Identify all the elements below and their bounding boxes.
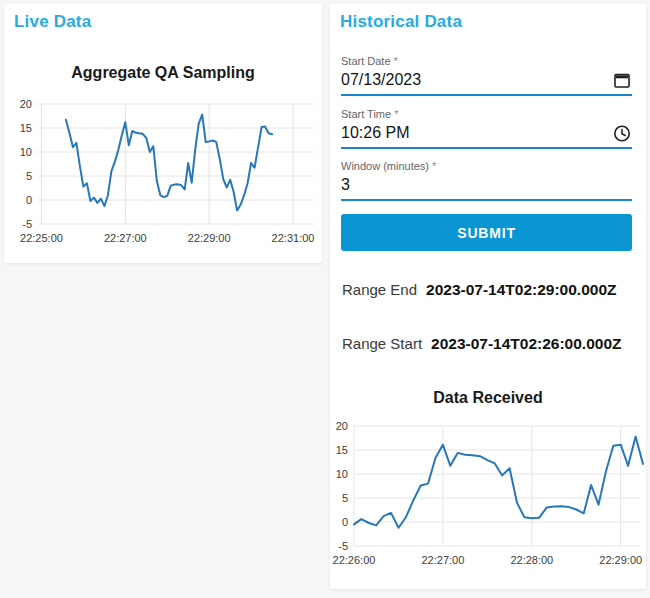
x-tick-label: 22:27:00: [104, 232, 147, 244]
y-tick-label: -5: [338, 540, 348, 552]
start-date-value[interactable]: 07/13/2023: [341, 70, 421, 90]
required-asterisk: *: [432, 160, 436, 172]
y-tick-label: 20: [20, 98, 32, 110]
start-time-input[interactable]: 10:26 PM: [341, 123, 632, 149]
range-end-value: 2023-07-14T02:29:00.000Z: [426, 281, 616, 299]
x-tick-label: 22:28:00: [510, 554, 553, 566]
x-tick-label: 22:31:00: [272, 232, 315, 244]
window-minutes-input[interactable]: 3: [341, 175, 632, 201]
x-tick-label: 22:27:00: [421, 554, 464, 566]
range-start-label: Range Start: [342, 335, 422, 352]
y-tick-label: 5: [342, 492, 348, 504]
required-asterisk: *: [394, 55, 398, 67]
window-minutes-field: Window (minutes) * 3: [341, 159, 632, 201]
clock-icon[interactable]: [612, 123, 632, 143]
x-tick-label: 22:29:00: [599, 554, 642, 566]
y-tick-label: 5: [26, 170, 32, 182]
live-data-heading: Live Data: [14, 12, 91, 32]
y-tick-label: 10: [336, 468, 348, 480]
window-minutes-value[interactable]: 3: [341, 175, 350, 195]
y-tick-label: 15: [20, 122, 32, 134]
start-date-label: Start Date *: [341, 54, 632, 68]
y-tick-label: 0: [26, 194, 32, 206]
y-tick-label: -5: [22, 218, 32, 230]
x-tick-label: 22:26:00: [333, 554, 376, 566]
range-start-row: Range Start 2023-07-14T02:26:00.000Z: [342, 335, 640, 353]
start-date-label-text: Start Date: [341, 55, 391, 67]
start-time-field: Start Time * 10:26 PM: [341, 107, 632, 149]
live-chart-canvas: -50510152022:25:0022:27:0022:29:0022:31:…: [6, 90, 320, 254]
y-tick-label: 20: [336, 420, 348, 432]
submit-button[interactable]: SUBMIT: [341, 214, 632, 251]
received-chart-title: Data Received: [330, 389, 646, 407]
historical-data-panel: Historical Data Start Date * 07/13/2023 …: [330, 4, 646, 589]
range-start-value: 2023-07-14T02:26:00.000Z: [431, 335, 621, 353]
dashboard-page: Live Data Aggregate QA Sampling -5051015…: [0, 0, 650, 598]
live-chart: -50510152022:25:0022:27:0022:29:0022:31:…: [6, 90, 320, 254]
calendar-icon[interactable]: [612, 70, 632, 90]
x-tick-label: 22:25:00: [20, 232, 63, 244]
line-series: [66, 115, 272, 211]
window-minutes-label-text: Window (minutes): [341, 160, 429, 172]
received-chart-canvas: -50510152022:26:0022:27:0022:28:0022:29:…: [332, 414, 644, 584]
range-end-row: Range End 2023-07-14T02:29:00.000Z: [342, 281, 640, 299]
live-chart-title: Aggregate QA Sampling: [4, 64, 322, 82]
window-minutes-label: Window (minutes) *: [341, 159, 632, 173]
range-end-label: Range End: [342, 281, 417, 298]
start-time-label-text: Start Time: [341, 108, 391, 120]
x-tick-label: 22:29:00: [188, 232, 231, 244]
y-tick-label: 15: [336, 444, 348, 456]
live-data-panel: Live Data Aggregate QA Sampling -5051015…: [4, 4, 322, 263]
start-time-label: Start Time *: [341, 107, 632, 121]
y-tick-label: 10: [20, 146, 32, 158]
required-asterisk: *: [394, 108, 398, 120]
received-chart: -50510152022:26:0022:27:0022:28:0022:29:…: [332, 414, 644, 584]
start-date-input[interactable]: 07/13/2023: [341, 70, 632, 96]
start-time-value[interactable]: 10:26 PM: [341, 123, 409, 143]
historical-data-heading: Historical Data: [340, 12, 462, 32]
start-date-field: Start Date * 07/13/2023: [341, 54, 632, 96]
y-tick-label: 0: [342, 516, 348, 528]
